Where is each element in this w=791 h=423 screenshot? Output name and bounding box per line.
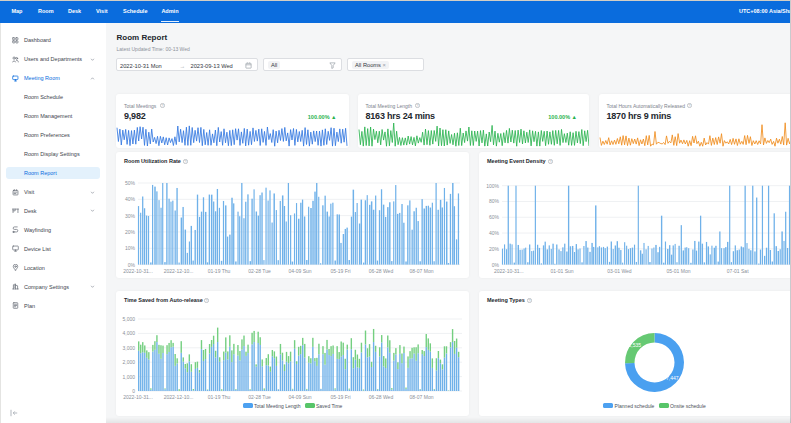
svg-text:0%: 0% [128, 262, 136, 268]
svg-text:5,000: 5,000 [122, 316, 135, 322]
svg-text:50%: 50% [125, 180, 136, 186]
svg-text:3,000: 3,000 [122, 345, 135, 351]
svg-text:06-28 Wed: 06-28 Wed [369, 268, 394, 274]
svg-text:4,000: 4,000 [122, 330, 135, 336]
svg-text:40%: 40% [489, 230, 500, 236]
svg-text:2,535: 2,535 [629, 342, 642, 348]
svg-text:20%: 20% [489, 246, 500, 252]
svg-text:04-09 Sun: 04-09 Sun [288, 394, 311, 400]
svg-text:10%: 10% [125, 245, 136, 251]
svg-text:2022-10-31...: 2022-10-31... [123, 394, 153, 400]
svg-text:08-07 Mon: 08-07 Mon [410, 268, 434, 274]
svg-text:07-01 Sat: 07-01 Sat [727, 268, 749, 274]
svg-text:06-28 Wed: 06-28 Wed [369, 394, 394, 400]
svg-text:05-19 Fri: 05-19 Fri [330, 394, 350, 400]
svg-text:?: ? [689, 104, 691, 108]
svg-text:100%: 100% [486, 183, 499, 189]
svg-text:2022-10-31...: 2022-10-31... [123, 268, 153, 274]
svg-text:?: ? [417, 104, 419, 108]
svg-text:02-28 Tue: 02-28 Tue [248, 394, 271, 400]
svg-text:04-09 Sun: 04-09 Sun [288, 268, 311, 274]
svg-text:0%: 0% [492, 262, 500, 268]
svg-text:01-01 Sun: 01-01 Sun [551, 268, 574, 274]
svg-text:30%: 30% [125, 213, 136, 219]
svg-text:2022-10-31...: 2022-10-31... [494, 268, 524, 274]
svg-text:2,000: 2,000 [122, 359, 135, 365]
svg-text:02-28 Tue: 02-28 Tue [248, 268, 271, 274]
svg-text:?: ? [161, 104, 163, 108]
svg-text:2022-12-10...: 2022-12-10... [164, 268, 194, 274]
svg-text:80%: 80% [489, 198, 500, 204]
svg-text:60%: 60% [489, 214, 500, 220]
svg-text:01-19 Thu: 01-19 Thu [208, 268, 231, 274]
svg-text:05-01 Mon: 05-01 Mon [667, 268, 691, 274]
svg-text:05-19 Fri: 05-19 Fri [330, 268, 350, 274]
svg-text:20%: 20% [125, 229, 136, 235]
svg-text:2022-12-10...: 2022-12-10... [164, 394, 194, 400]
svg-text:7,447: 7,447 [666, 375, 679, 381]
svg-text:03-01 Wed: 03-01 Wed [607, 268, 632, 274]
svg-text:1,000: 1,000 [122, 374, 135, 380]
svg-text:40%: 40% [125, 196, 136, 202]
svg-text:08-07 Mon: 08-07 Mon [410, 394, 434, 400]
svg-text:01-19 Thu: 01-19 Thu [208, 394, 231, 400]
